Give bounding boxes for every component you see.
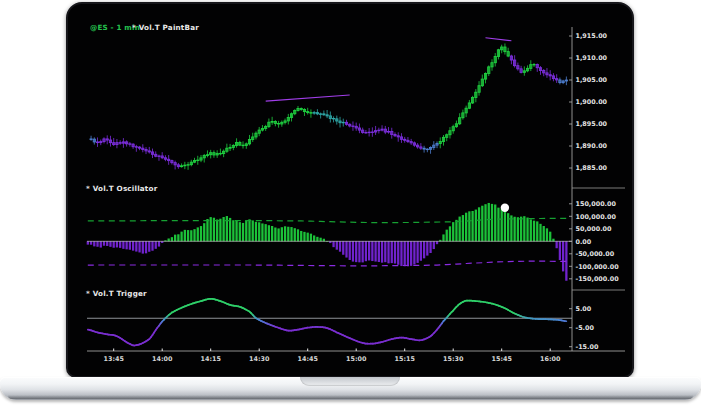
oscillator-histogram [87, 203, 568, 281]
svg-text:-15.00: -15.00 [576, 343, 599, 351]
laptop-screen: 1,915.001,910.001,905.001,900.001,895.00… [66, 2, 634, 378]
svg-text:0.00: 0.00 [576, 238, 592, 246]
price-trendlines [266, 38, 512, 101]
candlestick-series [90, 43, 567, 169]
svg-text:15:00: 15:00 [346, 355, 367, 363]
axes: 1,915.001,910.001,905.001,900.001,895.00… [87, 27, 625, 363]
svg-text:13:45: 13:45 [104, 355, 124, 363]
laptop-lid-notch [300, 377, 400, 386]
svg-text:5.00: 5.00 [576, 305, 592, 313]
svg-text:14:00: 14:00 [152, 355, 173, 363]
svg-text:16:00: 16:00 [540, 355, 561, 363]
svg-text:-50,000.00: -50,000.00 [576, 250, 615, 258]
svg-text:-100,000.00: -100,000.00 [576, 263, 620, 271]
trading-chart-window[interactable]: 1,915.001,910.001,905.001,900.001,895.00… [68, 4, 632, 376]
laptop-mockup: 1,915.001,910.001,905.001,900.001,895.00… [0, 0, 701, 405]
svg-text:150,000.00: 150,000.00 [576, 200, 617, 208]
svg-text:15:15: 15:15 [395, 355, 415, 363]
svg-text:14:30: 14:30 [249, 355, 270, 363]
svg-text:1,915.00: 1,915.00 [576, 32, 608, 40]
svg-text:1,895.00: 1,895.00 [576, 120, 608, 128]
trigger-line [88, 299, 567, 346]
svg-text:-150,000.00: -150,000.00 [576, 275, 620, 283]
svg-text:50,000.00: 50,000.00 [576, 225, 613, 233]
oscillator-signal-dot [501, 204, 509, 212]
svg-text:100,000.00: 100,000.00 [576, 213, 617, 221]
oscillator-lower-band [88, 261, 567, 266]
svg-text:1,890.00: 1,890.00 [576, 142, 608, 150]
paintbar-indicator-label: * Vol.T PaintBar [132, 24, 199, 31]
svg-text:-5.00: -5.00 [576, 324, 595, 332]
laptop-base [0, 377, 701, 400]
oscillator-panel-label: * Vol.T Oscillator [86, 185, 157, 192]
svg-text:1,905.00: 1,905.00 [576, 76, 608, 84]
svg-text:15:45: 15:45 [492, 355, 512, 363]
svg-text:14:45: 14:45 [298, 355, 318, 363]
chart-canvas[interactable]: 1,915.001,910.001,905.001,900.001,895.00… [82, 20, 627, 367]
trigger-panel-label: * Vol.T Trigger [86, 290, 147, 297]
svg-text:1,900.00: 1,900.00 [576, 98, 608, 106]
svg-text:1,910.00: 1,910.00 [576, 54, 608, 62]
svg-text:1,885.00: 1,885.00 [576, 164, 608, 172]
svg-text:15:30: 15:30 [443, 355, 464, 363]
svg-text:14:15: 14:15 [201, 355, 221, 363]
